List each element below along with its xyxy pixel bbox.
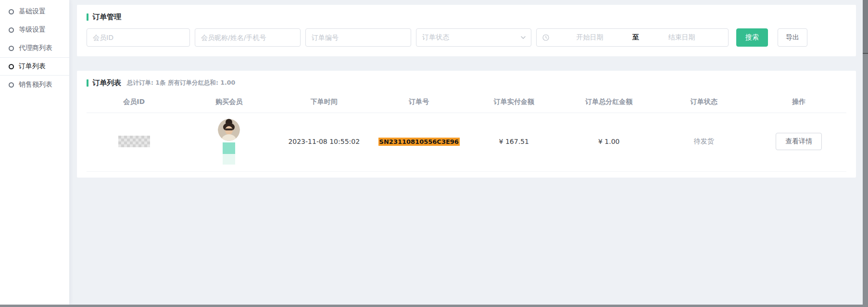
end-date-placeholder: 结束日期 <box>641 33 722 42</box>
view-detail-button[interactable]: 查看详情 <box>776 133 822 150</box>
circle-icon <box>9 9 14 14</box>
member-id-blurred <box>118 136 150 147</box>
section-accent-bar <box>87 13 88 21</box>
sidebar-item-label: 基础设置 <box>19 7 46 16</box>
col-status: 订单状态 <box>656 91 752 113</box>
buyer-name-blurred <box>223 142 235 165</box>
order-time: 2023-11-08 10:55:02 <box>277 113 372 171</box>
dividend-amount: ¥ 1.00 <box>562 113 657 171</box>
order-management-card: 订单管理 订单状态 开始日期 至 结束日期 搜索 导出 <box>77 5 856 56</box>
orders-table: 会员ID 购买会员 下单时间 订单号 订单实付金额 订单总分红金额 订单状态 操… <box>87 91 846 172</box>
sidebar-item-order-list[interactable]: 订单列表 <box>0 57 69 76</box>
order-status-placeholder: 订单状态 <box>422 33 449 42</box>
order-status-select[interactable]: 订单状态 <box>416 28 531 47</box>
status-badge: 待发货 <box>694 137 714 145</box>
avatar <box>218 119 240 141</box>
sidebar-item-basic-settings[interactable]: 基础设置 <box>0 2 69 21</box>
table-row: 2023-11-08 10:55:02 SN23110810556C3E96 ¥… <box>87 113 846 171</box>
order-no-highlight: SN23110810556C3E96 <box>378 138 460 146</box>
order-list-card: 订单列表 总计订单: 1条 所有订单分红总和: 1.00 会员ID 购买会员 下… <box>77 71 856 178</box>
nickname-input[interactable] <box>195 28 301 47</box>
search-button[interactable]: 搜索 <box>736 28 768 47</box>
circle-icon <box>9 27 14 33</box>
circle-icon <box>9 82 14 88</box>
sidebar-item-level-settings[interactable]: 等级设置 <box>0 21 69 39</box>
date-range-picker[interactable]: 开始日期 至 结束日期 <box>536 28 729 47</box>
col-paid-amount: 订单实付金额 <box>466 91 562 113</box>
col-order-time: 下单时间 <box>277 91 372 113</box>
horizontal-scrollbar[interactable] <box>0 305 868 307</box>
order-management-header: 订单管理 <box>87 13 846 22</box>
circle-icon <box>9 64 14 69</box>
page-title: 订单管理 <box>92 13 121 22</box>
vertical-scrollbar[interactable] <box>863 0 868 305</box>
date-range-separator: 至 <box>630 33 641 42</box>
col-member-id: 会员ID <box>87 91 182 113</box>
order-no-input[interactable] <box>305 28 411 47</box>
col-actions: 操作 <box>752 91 847 113</box>
filter-toolbar: 订单状态 开始日期 至 结束日期 搜索 导出 <box>87 28 846 47</box>
col-buyer: 购买会员 <box>182 91 277 113</box>
sidebar-item-agent-list[interactable]: 代理商列表 <box>0 39 69 57</box>
circle-icon <box>9 46 14 51</box>
order-list-title: 订单列表 <box>92 78 121 88</box>
sidebar-item-label: 等级设置 <box>19 26 46 34</box>
member-id-input[interactable] <box>87 28 190 47</box>
paid-amount: ¥ 167.51 <box>466 113 562 171</box>
sidebar-item-sales-list[interactable]: 销售额列表 <box>0 76 69 94</box>
sidebar-item-label: 销售额列表 <box>19 80 52 89</box>
sidebar: 基础设置 等级设置 代理商列表 订单列表 销售额列表 <box>0 0 69 305</box>
export-button[interactable]: 导出 <box>778 28 807 47</box>
col-order-no: 订单号 <box>372 91 467 113</box>
main-content: 订单管理 订单状态 开始日期 至 结束日期 搜索 导出 <box>69 0 863 305</box>
col-dividend-amount: 订单总分红金额 <box>562 91 657 113</box>
start-date-placeholder: 开始日期 <box>549 33 630 42</box>
clock-icon <box>542 34 549 41</box>
order-list-summary: 总计订单: 1条 所有订单分红总和: 1.00 <box>127 79 235 87</box>
sidebar-item-label: 订单列表 <box>19 62 46 71</box>
order-list-header: 订单列表 总计订单: 1条 所有订单分红总和: 1.00 <box>87 78 846 88</box>
section-accent-bar <box>87 79 88 87</box>
vertical-scrollbar-thumb[interactable] <box>863 0 868 54</box>
table-header-row: 会员ID 购买会员 下单时间 订单号 订单实付金额 订单总分红金额 订单状态 操… <box>87 91 846 113</box>
sidebar-item-label: 代理商列表 <box>19 44 52 52</box>
chevron-down-icon <box>520 35 526 40</box>
